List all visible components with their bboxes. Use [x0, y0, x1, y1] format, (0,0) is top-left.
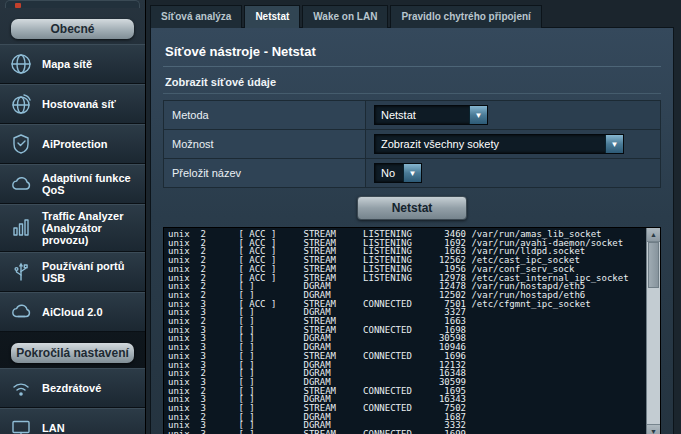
- sidebar-item-label: AiCloud 2.0: [42, 306, 103, 318]
- sidebar-item-label: Hostovaná síť: [42, 98, 116, 110]
- sidebar-item-label: Bezdrátové: [42, 382, 101, 394]
- sidebar-item-qos[interactable]: Adaptivní funkce QoS: [0, 164, 145, 204]
- option-select-value: Zobrazit všechny sokety: [375, 135, 605, 153]
- sidebar-item-label: Používání portů USB: [42, 260, 139, 284]
- chevron-down-icon: ▼: [403, 164, 421, 182]
- sidebar-item-partial-top[interactable]: [5, 0, 140, 8]
- sidebar-item-wireless[interactable]: Bezdrátové: [0, 368, 145, 408]
- guest-network-icon: [8, 91, 34, 117]
- qos-cloud-icon: [8, 171, 34, 197]
- top-tabs: Síťová analýza Netstat Wake on LAN Pravi…: [150, 5, 542, 28]
- sidebar-section-advanced: Pokročilá nastavení: [11, 343, 134, 363]
- sidebar-item-label: LAN: [42, 422, 65, 434]
- sidebar: Obecné Mapa sítě Hostovaná síť AiProtect…: [0, 0, 146, 434]
- method-select[interactable]: Netstat ▼: [374, 105, 488, 125]
- scroll-down-icon[interactable]: ▼: [647, 424, 660, 434]
- scrollbar-thumb[interactable]: [648, 242, 659, 288]
- sidebar-item-usb[interactable]: Používání portů USB: [0, 252, 145, 292]
- tab-smart-connect-rule[interactable]: Pravidlo chytrého připojení: [390, 5, 541, 28]
- option-label: Možnost: [164, 130, 366, 159]
- sidebar-section-general: Obecné: [11, 19, 134, 39]
- sidebar-item-label: Mapa sítě: [42, 58, 92, 70]
- sidebar-item-label: AiProtection: [42, 138, 107, 150]
- resolve-name-label: Přeložit název: [164, 159, 366, 188]
- main-panel: Síťové nástroje - Netstat Zobrazit síťov…: [150, 27, 674, 434]
- page-title: Síťové nástroje - Netstat: [163, 34, 661, 67]
- sidebar-item-network-map[interactable]: Mapa sítě: [0, 44, 145, 84]
- method-label: Metoda: [164, 101, 366, 130]
- lan-icon: [8, 415, 34, 434]
- settings-form: Metoda Netstat ▼ Možnost Zobrazit všechn…: [163, 100, 661, 188]
- firmware-alert-icon: [15, 3, 21, 8]
- option-select[interactable]: Zobrazit všechny sokety ▼: [374, 134, 624, 154]
- sidebar-item-aicloud[interactable]: AiCloud 2.0: [0, 292, 145, 332]
- run-button-row: Netstat: [163, 188, 661, 227]
- sidebar-item-aiprotection[interactable]: AiProtection: [0, 124, 145, 164]
- usb-icon: [8, 259, 34, 285]
- section-title: Zobrazit síťové údaje: [163, 67, 661, 94]
- tab-wake-on-lan[interactable]: Wake on LAN: [302, 5, 388, 28]
- form-row-method: Metoda Netstat ▼: [164, 101, 661, 130]
- form-row-resolve-name: Přeložit název No ▼: [164, 159, 661, 188]
- wireless-icon: [8, 375, 34, 401]
- shield-icon: [8, 131, 34, 157]
- form-row-option: Možnost Zobrazit všechny sokety ▼: [164, 130, 661, 159]
- chevron-down-icon: ▼: [605, 135, 623, 153]
- resolve-name-select[interactable]: No ▼: [374, 163, 422, 183]
- method-select-value: Netstat: [375, 106, 469, 124]
- sidebar-item-label: Adaptivní funkce QoS: [42, 172, 139, 196]
- resolve-name-select-value: No: [375, 164, 403, 182]
- aicloud-icon: [8, 299, 34, 325]
- sidebar-item-label: Traffic Analyzer (Analyzátor provozu): [42, 210, 139, 246]
- traffic-analyzer-icon: [8, 215, 34, 241]
- scroll-up-icon[interactable]: ▲: [647, 228, 660, 242]
- netstat-output-text: unix 2 [ ACC ] STREAM LISTENING 3460 /va…: [164, 228, 660, 434]
- tab-netstat[interactable]: Netstat: [244, 5, 300, 28]
- sidebar-item-guest-network[interactable]: Hostovaná síť: [0, 84, 145, 124]
- tab-network-analysis[interactable]: Síťová analýza: [150, 5, 242, 28]
- sidebar-item-lan[interactable]: LAN: [0, 408, 145, 434]
- sidebar-item-traffic-analyzer[interactable]: Traffic Analyzer (Analyzátor provozu): [0, 204, 145, 252]
- netstat-output-console[interactable]: unix 2 [ ACC ] STREAM LISTENING 3460 /va…: [163, 227, 661, 434]
- netstat-run-button[interactable]: Netstat: [357, 196, 467, 220]
- console-scrollbar[interactable]: ▲ ▼: [646, 228, 660, 434]
- network-map-icon: [8, 51, 34, 77]
- chevron-down-icon: ▼: [469, 106, 487, 124]
